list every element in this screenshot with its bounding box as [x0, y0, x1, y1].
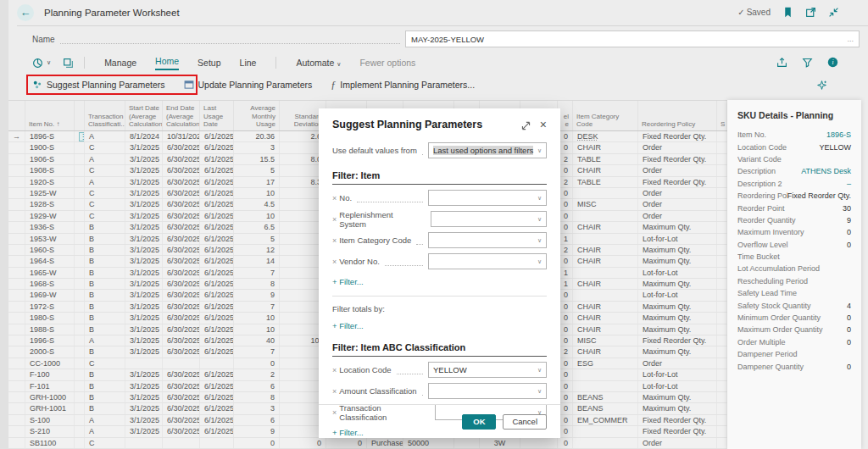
cell-sel: [8, 346, 25, 357]
sku-field-value: 9: [847, 216, 851, 224]
column-header-last[interactable]: Last Usage Date: [200, 101, 234, 130]
assist-edit-button[interactable]: ...: [847, 35, 854, 43]
sku-field-value[interactable]: –: [847, 180, 851, 188]
copilot-sparkle-icon[interactable]: [816, 80, 827, 91]
menu-home[interactable]: Home: [155, 56, 179, 70]
remove-filter-icon[interactable]: ×: [332, 215, 337, 224]
menu-fewer-options[interactable]: Fewer options: [359, 58, 415, 68]
cell-policy: Lot-for-Lot: [638, 369, 717, 380]
update-planning-parameters-button[interactable]: Update Planning Parameters: [184, 80, 313, 90]
cell-s2: [717, 211, 727, 221]
cell-start: 3/1/2025: [125, 199, 163, 209]
suggest-planning-parameters-button[interactable]: Suggest Planning Parameters: [32, 80, 165, 90]
cell-end: 6/30/2025: [163, 302, 200, 312]
collapse-icon[interactable]: [828, 7, 839, 18]
sku-field-value: 0: [847, 313, 851, 322]
share-icon[interactable]: [776, 57, 788, 69]
menu-line[interactable]: Line: [240, 58, 257, 68]
cell-h: 0: [558, 438, 573, 448]
remove-filter-icon[interactable]: ×: [332, 366, 337, 374]
sku-field-label: Maximum Order Quantity: [737, 325, 847, 334]
back-button[interactable]: ←: [17, 4, 34, 21]
cell-trans: B: [85, 381, 125, 391]
column-header-policy[interactable]: Reordering Policy: [638, 101, 717, 130]
cell-menu: [75, 165, 85, 175]
sku-field-value[interactable]: ATHENS Desk: [801, 167, 851, 175]
column-header-sel[interactable]: [8, 101, 25, 130]
column-header-menu[interactable]: [75, 101, 85, 130]
cell-end: 6/30/2025: [163, 245, 200, 255]
cell-trans: C: [85, 199, 125, 209]
cell-end: 6/30/2025: [163, 177, 200, 187]
cancel-button[interactable]: Cancel: [503, 414, 547, 430]
menu-automate[interactable]: Automate ∨: [296, 58, 341, 68]
name-input[interactable]: MAY-2025-YELLOW ...: [405, 30, 860, 47]
cell-end: 6/30/2025: [163, 188, 200, 198]
filter-select-no-[interactable]: ∨: [428, 190, 547, 206]
cell-avg: 3: [234, 142, 280, 152]
cell-s2: [717, 245, 727, 255]
suggest-icon: [32, 80, 42, 90]
cell-policy: Order: [638, 142, 717, 152]
column-header-trans[interactable]: Transaction Classificati...: [85, 101, 125, 130]
filter-select-item-category-code[interactable]: ∨: [428, 232, 547, 248]
expand-dialog-icon[interactable]: [520, 120, 530, 130]
add-filter-link[interactable]: + Filter...: [332, 277, 547, 286]
cell-start: 3/1/2025: [125, 165, 163, 175]
bookmark-icon[interactable]: [782, 7, 793, 18]
cell-start: 3/1/2025: [125, 268, 163, 278]
chart-view-button[interactable]: ∨: [32, 58, 51, 69]
row-menu-button[interactable]: ⋮: [79, 132, 85, 141]
add-totals-filter-link[interactable]: + Filter...: [332, 321, 547, 330]
filter-select-location-code[interactable]: YELLOW∨: [428, 362, 547, 378]
cell-menu: [75, 188, 85, 198]
cell-menu: [75, 438, 85, 448]
column-header-start[interactable]: Start Date (Average Calculation): [125, 101, 163, 130]
update-icon: [184, 80, 194, 90]
column-header-end[interactable]: End Date (Average Calculation): [163, 101, 200, 130]
cell-sel: [8, 154, 25, 164]
item-filter-row-vendor-no-: ×Vendor No.∨: [332, 253, 547, 269]
sku-field-value: YELLOW: [819, 143, 851, 152]
cell-policy: Maximum Qty.: [638, 256, 717, 266]
cell-sel: [8, 392, 25, 402]
remove-filter-icon[interactable]: ×: [332, 194, 337, 202]
item-filter-row-item-category-code: ×Item Category Code∨: [332, 232, 547, 248]
cell-end: 6/30/2025: [163, 381, 200, 391]
remove-filter-icon[interactable]: ×: [332, 258, 337, 266]
column-header-avg[interactable]: Average Monthly Usage: [234, 101, 280, 130]
switch-view-button[interactable]: [63, 58, 74, 69]
sku-field-label: Description 2: [737, 180, 847, 188]
filter-select-replenishment-system[interactable]: ∨: [431, 211, 547, 227]
info-icon[interactable]: i: [827, 57, 839, 69]
use-default-select[interactable]: Last used options and filters ∨: [428, 142, 547, 158]
ok-button[interactable]: OK: [462, 414, 496, 430]
sku-field-label: Rescheduling Period: [737, 277, 851, 285]
table-row-SB1100[interactable]: SB1100C000Purchase500003W0Order: [8, 438, 727, 449]
cell-end: 6/30/2025: [163, 403, 200, 413]
sku-field-label: Dampener Quantity: [737, 363, 847, 371]
menu-manage[interactable]: Manage: [104, 58, 136, 68]
remove-filter-icon[interactable]: ×: [332, 387, 337, 396]
sku-field-value[interactable]: 1896-S: [826, 130, 851, 139]
abc-filter-row-location-code: ×Location CodeYELLOW∨: [332, 362, 547, 378]
filter-select-amount-classification[interactable]: ∨: [428, 383, 547, 399]
cell-e: [454, 438, 480, 448]
cell-menu: [75, 245, 85, 255]
cell-end: 6/30/2025: [163, 313, 200, 323]
cell-trans: B: [85, 234, 125, 244]
name-row: Name MAY-2025-YELLOW ...: [8, 30, 860, 48]
column-header-cat[interactable]: Item Category Code: [573, 101, 638, 130]
column-header-s2[interactable]: S: [717, 101, 727, 130]
cell-trans: B: [85, 256, 125, 266]
column-header-item[interactable]: Item No. ↑: [25, 101, 75, 130]
implement-planning-parameters-button[interactable]: ƒ Implement Planning Parameters...: [331, 79, 475, 91]
menu-setup[interactable]: Setup: [198, 58, 220, 68]
remove-filter-icon[interactable]: ×: [332, 236, 337, 245]
cell-cat: CHAIR: [573, 324, 638, 335]
open-in-window-icon[interactable]: [805, 7, 816, 18]
filter-select-vendor-no-[interactable]: ∨: [428, 253, 547, 269]
filter-icon[interactable]: [802, 57, 814, 69]
close-dialog-icon[interactable]: ×: [540, 120, 547, 130]
sku-field-lot-accumulation-period: Lot Accumulation Period: [737, 263, 851, 274]
